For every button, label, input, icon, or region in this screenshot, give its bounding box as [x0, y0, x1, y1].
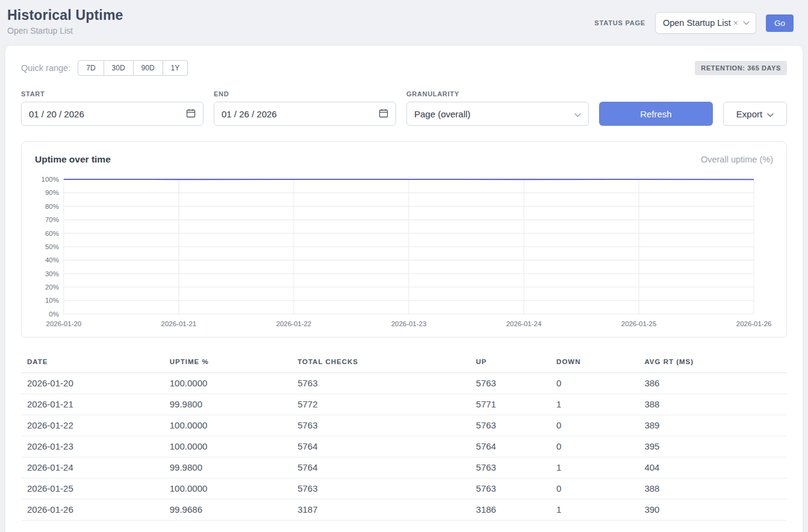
- go-button[interactable]: Go: [766, 14, 794, 32]
- table-cell: 2026-01-25: [21, 478, 170, 500]
- table-cell: 3187: [297, 500, 476, 521]
- header-right: STATUS PAGE Open Startup List × Go: [594, 7, 801, 34]
- table-cell: 0: [556, 478, 644, 500]
- granularity-selected-value: Page (overall): [414, 109, 470, 119]
- column-header-date: DATE: [21, 353, 170, 373]
- svg-text:2026-01-23: 2026-01-23: [391, 320, 427, 327]
- calendar-icon[interactable]: [186, 108, 196, 120]
- chevron-down-icon: [743, 21, 750, 25]
- main-card: Quick range: 7D 30D 90D 1Y RETENTION: 36…: [5, 45, 803, 532]
- page-heading-block: Historical Uptime Open Startup List: [7, 7, 123, 36]
- chart-legend: Overall uptime (%): [701, 155, 773, 164]
- export-button[interactable]: Export: [723, 102, 787, 126]
- quick-range-90d-button[interactable]: 90D: [133, 60, 163, 76]
- table-cell: 2026-01-23: [21, 436, 170, 457]
- table-row: 2026-01-2699.9686318731861390: [21, 500, 787, 521]
- table-cell: 99.9800: [170, 457, 297, 478]
- export-button-label: Export: [736, 109, 762, 119]
- table-cell: 390: [644, 500, 787, 521]
- svg-text:0%: 0%: [49, 311, 59, 318]
- table-cell: 100.0000: [170, 373, 297, 394]
- svg-text:2026-01-26: 2026-01-26: [736, 320, 772, 327]
- table-cell: 1: [556, 394, 644, 415]
- svg-text:10%: 10%: [45, 297, 59, 304]
- table-cell: 5764: [297, 457, 476, 478]
- uptime-table-body: 2026-01-20100.00005763576303862026-01-21…: [21, 373, 787, 521]
- column-header-up: UP: [476, 353, 557, 373]
- quick-range-30d-button[interactable]: 30D: [104, 60, 134, 76]
- clear-selection-icon[interactable]: ×: [733, 19, 738, 27]
- status-page-label: STATUS PAGE: [594, 19, 645, 26]
- start-date-label: START: [21, 90, 204, 97]
- table-cell: 386: [644, 373, 787, 394]
- uptime-table: DATE UPTIME % TOTAL CHECKS UP DOWN AVG R…: [21, 353, 787, 521]
- table-cell: 2026-01-22: [21, 415, 170, 436]
- svg-text:2026-01-25: 2026-01-25: [621, 320, 657, 327]
- table-row: 2026-01-2199.9800577257711388: [21, 394, 787, 415]
- page-subtitle: Open Startup List: [7, 26, 123, 36]
- chart-title: Uptime over time: [35, 154, 111, 165]
- controls-top-row: Quick range: 7D 30D 90D 1Y RETENTION: 36…: [21, 60, 787, 76]
- svg-text:90%: 90%: [45, 189, 59, 196]
- calendar-icon[interactable]: [379, 108, 388, 120]
- table-cell: 1: [556, 457, 644, 478]
- table-cell: 0: [556, 373, 644, 394]
- chart-plot-area: 0%10%20%30%40%50%60%70%80%90%100%2026-01…: [35, 173, 773, 330]
- table-cell: 5763: [476, 457, 557, 478]
- table-cell: 3186: [476, 500, 557, 521]
- table-cell: 1: [556, 500, 644, 521]
- filters-form-row: START 01 / 20 / 2026 END 01 / 26 / 2026 …: [21, 90, 787, 126]
- table-cell: 100.0000: [170, 478, 297, 500]
- column-header-uptime: UPTIME %: [170, 353, 297, 373]
- table-row: 2026-01-22100.0000576357630389: [21, 415, 787, 436]
- granularity-field: GRANULARITY Page (overall): [406, 90, 589, 126]
- table-row: 2026-01-20100.0000576357630386: [21, 373, 787, 394]
- status-page-selected-value: Open Startup List: [663, 18, 731, 28]
- quick-range-1y-button[interactable]: 1Y: [163, 60, 188, 76]
- svg-text:20%: 20%: [45, 283, 59, 291]
- page-title: Historical Uptime: [7, 7, 123, 23]
- svg-text:100%: 100%: [42, 176, 59, 183]
- start-date-input[interactable]: 01 / 20 / 2026: [21, 102, 204, 126]
- table-cell: 100.0000: [170, 436, 297, 457]
- uptime-chart-card: Uptime over time Overall uptime (%) 0%10…: [21, 141, 787, 338]
- chevron-down-icon: [574, 109, 581, 119]
- table-cell: 5764: [476, 436, 557, 457]
- table-cell: 5763: [476, 415, 557, 436]
- quick-range-7d-button[interactable]: 7D: [78, 60, 104, 76]
- table-row: 2026-01-25100.0000576357630388: [21, 478, 787, 500]
- table-cell: 100.0000: [170, 415, 297, 436]
- refresh-button[interactable]: Refresh: [599, 102, 713, 126]
- table-cell: 0: [556, 415, 644, 436]
- table-cell: 99.9686: [170, 500, 297, 521]
- table-cell: 388: [644, 478, 787, 500]
- table-cell: 0: [556, 436, 644, 457]
- retention-badge: RETENTION: 365 DAYS: [695, 61, 787, 75]
- end-date-input[interactable]: 01 / 26 / 2026: [214, 102, 396, 126]
- table-cell: 2026-01-20: [21, 373, 170, 394]
- status-page-select[interactable]: Open Startup List ×: [655, 12, 756, 34]
- table-cell: 5771: [476, 394, 557, 415]
- table-cell: 5763: [297, 373, 476, 394]
- table-cell: 2026-01-24: [21, 457, 170, 478]
- table-cell: 5763: [476, 373, 557, 394]
- column-header-avg-rt: AVG RT (MS): [644, 353, 787, 373]
- start-date-value: 01 / 20 / 2026: [29, 109, 84, 119]
- svg-text:2026-01-21: 2026-01-21: [161, 320, 197, 327]
- svg-text:2026-01-20: 2026-01-20: [46, 320, 82, 327]
- granularity-select[interactable]: Page (overall): [406, 102, 589, 126]
- end-date-field: END 01 / 26 / 2026: [214, 90, 396, 126]
- chart-header: Uptime over time Overall uptime (%): [35, 154, 773, 165]
- quick-range-label: Quick range:: [21, 63, 70, 73]
- quick-range-group: Quick range: 7D 30D 90D 1Y: [21, 60, 188, 76]
- end-date-label: END: [214, 90, 396, 97]
- table-cell: 389: [644, 415, 787, 436]
- table-row: 2026-01-23100.0000576457640395: [21, 436, 787, 457]
- table-cell: 5772: [297, 394, 476, 415]
- table-cell: 404: [644, 457, 787, 478]
- table-cell: 2026-01-26: [21, 500, 170, 521]
- svg-text:60%: 60%: [45, 230, 59, 237]
- chevron-down-icon: [767, 109, 774, 119]
- uptime-table-head: DATE UPTIME % TOTAL CHECKS UP DOWN AVG R…: [21, 353, 787, 373]
- svg-text:50%: 50%: [45, 243, 59, 250]
